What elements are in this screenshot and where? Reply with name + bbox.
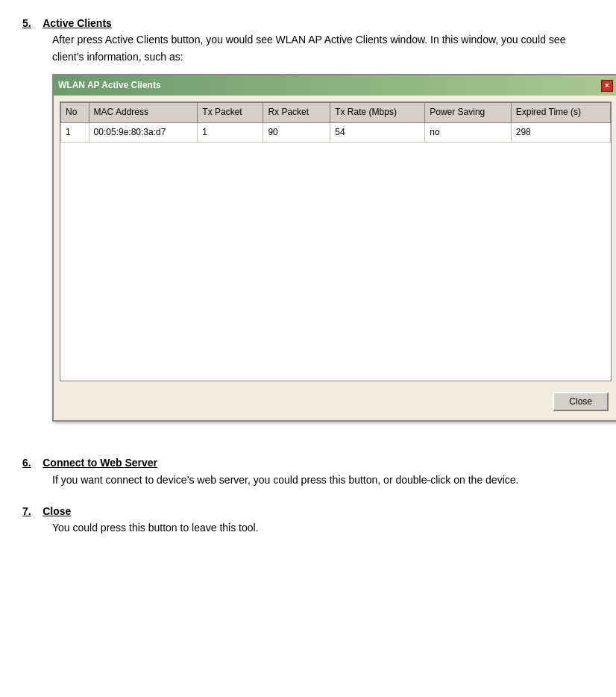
dialog-window: WLAN AP Active Clients × No MAC Address … bbox=[52, 74, 616, 422]
col-expired-time: Expired Time (s) bbox=[511, 103, 610, 122]
dialog-content: No MAC Address Tx Packet Rx Packet Tx Ra… bbox=[54, 96, 616, 420]
close-button[interactable]: Close bbox=[553, 392, 609, 411]
col-mac: MAC Address bbox=[89, 103, 198, 122]
col-no: No bbox=[61, 103, 89, 122]
dialog-titlebar: WLAN AP Active Clients × bbox=[54, 75, 616, 96]
cell-tx-packet: 1 bbox=[198, 122, 263, 142]
dialog-footer: Close bbox=[60, 387, 612, 414]
client-table-container: No MAC Address Tx Packet Rx Packet Tx Ra… bbox=[60, 101, 612, 381]
section-5-number: 5. bbox=[22, 17, 31, 29]
col-tx-packet: Tx Packet bbox=[198, 103, 263, 122]
section-7-text: You could press this button to leave thi… bbox=[52, 519, 594, 536]
section-6-text: If you want connect to device’s web serv… bbox=[52, 472, 594, 488]
active-clients-dialog: WLAN AP Active Clients × No MAC Address … bbox=[52, 74, 616, 422]
table-row: 1 00:05:9e:80:3a:d7 1 90 54 no 298 bbox=[61, 122, 611, 142]
col-rx-packet: Rx Packet bbox=[263, 103, 330, 122]
section-5-body: After press Active Clients button, you w… bbox=[52, 31, 594, 437]
section-7-number: 7. bbox=[22, 505, 31, 517]
section-6-body: If you want connect to device’s web serv… bbox=[52, 472, 594, 488]
section-7: 7. Close You could press this button to … bbox=[22, 503, 594, 537]
dialog-title: WLAN AP Active Clients bbox=[58, 78, 161, 93]
cell-tx-rate: 54 bbox=[330, 122, 425, 142]
section-6-number: 6. bbox=[22, 457, 31, 469]
cell-rx-packet: 90 bbox=[263, 122, 330, 142]
table-empty-area bbox=[61, 142, 611, 381]
cell-mac: 00:05:9e:80:3a:d7 bbox=[89, 122, 198, 142]
col-tx-rate: Tx Rate (Mbps) bbox=[330, 103, 425, 122]
section-5-heading: Active Clients bbox=[43, 17, 112, 29]
section-6-heading: Connect to Web Server bbox=[43, 457, 157, 469]
cell-power-saving: no bbox=[425, 122, 512, 142]
dialog-close-button[interactable]: × bbox=[601, 80, 613, 92]
col-power-saving: Power Saving bbox=[425, 103, 512, 122]
section-5-text: After press Active Clients button, you w… bbox=[52, 31, 594, 65]
table-header-row: No MAC Address Tx Packet Rx Packet Tx Ra… bbox=[61, 103, 611, 122]
cell-no: 1 bbox=[61, 122, 89, 142]
section-6: 6. Connect to Web Server If you want con… bbox=[22, 454, 594, 488]
section-5: 5. Active Clients After press Active Cli… bbox=[22, 15, 594, 437]
section-7-body: You could press this button to leave thi… bbox=[52, 519, 594, 536]
client-table: No MAC Address Tx Packet Rx Packet Tx Ra… bbox=[60, 102, 611, 381]
section-7-heading: Close bbox=[43, 505, 71, 517]
cell-expired-time: 298 bbox=[511, 122, 610, 142]
